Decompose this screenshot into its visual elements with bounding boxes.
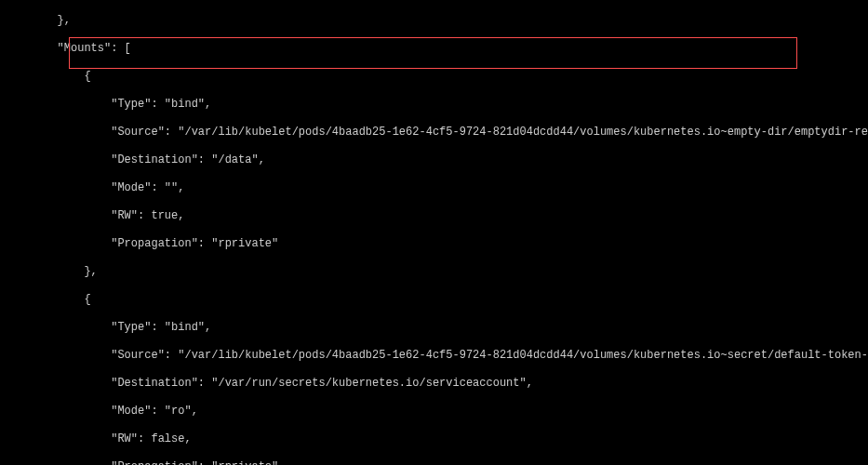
code-line: }, xyxy=(4,265,864,279)
code-line: "Propagation": "rprivate" xyxy=(4,460,864,465)
code-line: { xyxy=(4,293,864,307)
code-line: "Mounts": [ xyxy=(4,42,864,56)
code-line: "Destination": "/data", xyxy=(4,153,864,167)
code-line: "Source": "/var/lib/kubelet/pods/4baadb2… xyxy=(4,349,864,363)
code-line: "Mode": "ro", xyxy=(4,405,864,418)
code-line: "Mode": "", xyxy=(4,181,864,195)
code-line: "Propagation": "rprivate" xyxy=(4,237,864,251)
code-line: { xyxy=(4,70,864,84)
code-line: "RW": true, xyxy=(4,209,864,223)
code-line: "RW": false, xyxy=(4,432,864,446)
code-line: "Destination": "/var/run/secrets/kuberne… xyxy=(4,377,864,391)
terminal-output: }, "Mounts": [ { "Type": "bind", "Source… xyxy=(0,0,868,465)
code-line: }, xyxy=(4,14,864,28)
code-line: "Type": "bind", xyxy=(4,321,864,335)
code-line: "Source": "/var/lib/kubelet/pods/4baadb2… xyxy=(4,126,864,140)
code-line: "Type": "bind", xyxy=(4,98,864,112)
